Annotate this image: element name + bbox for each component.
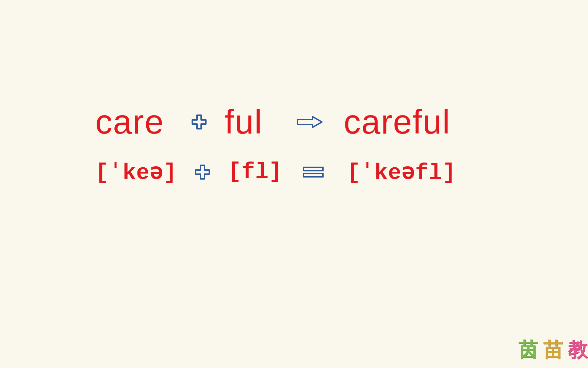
word-equation-row: care ful careful xyxy=(95,102,504,141)
word-part-care: care xyxy=(95,102,180,141)
watermark-char-3: 教 xyxy=(568,336,588,363)
arrow-right-icon xyxy=(286,115,333,129)
phonetic-kea: [ˈkeə] xyxy=(95,158,184,186)
plus-icon xyxy=(184,164,221,180)
phonetic-fl: [fl] xyxy=(221,159,289,185)
svg-rect-1 xyxy=(304,173,323,177)
watermark: 茵 苗 教 xyxy=(519,336,588,363)
plus-icon xyxy=(180,114,218,130)
watermark-char-1: 茵 xyxy=(519,336,538,363)
equals-icon xyxy=(289,165,337,179)
svg-rect-0 xyxy=(304,167,323,171)
slide-content: care ful careful [ˈkeə] [fl] [ xyxy=(95,102,504,203)
phonetic-equation-row: [ˈkeə] [fl] [ˈkeəfl] xyxy=(95,158,504,186)
word-result-careful: careful xyxy=(333,102,504,141)
phonetic-keafl: [ˈkeəfl] xyxy=(337,158,504,186)
word-part-ful: ful xyxy=(218,102,286,141)
watermark-char-2: 苗 xyxy=(543,336,563,363)
